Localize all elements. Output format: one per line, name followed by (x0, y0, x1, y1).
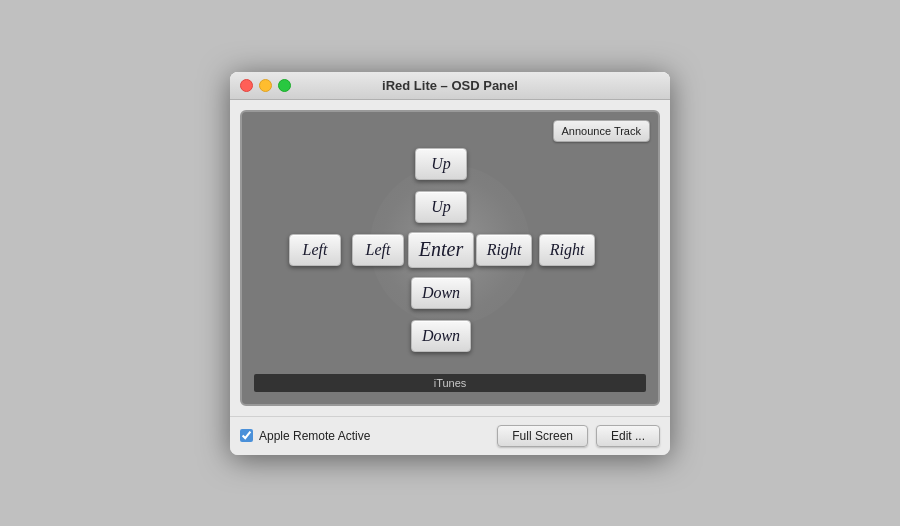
footer-buttons: Full Screen Edit ... (497, 425, 660, 447)
itunes-label: iTunes (254, 374, 646, 392)
right2-button[interactable]: Right (539, 234, 596, 266)
apple-remote-label: Apple Remote Active (259, 429, 370, 443)
apple-remote-area: Apple Remote Active (240, 429, 370, 443)
window-content: Announce Track Up Up Left Left Enter Rig… (230, 100, 670, 416)
title-bar: iRed Lite – OSD Panel (230, 72, 670, 100)
left2-button[interactable]: Left (352, 234, 404, 266)
down1-button[interactable]: Down (411, 277, 471, 309)
close-button[interactable] (240, 79, 253, 92)
osd-panel: Announce Track Up Up Left Left Enter Rig… (240, 110, 660, 406)
enter-button[interactable]: Enter (408, 232, 474, 268)
main-window: iRed Lite – OSD Panel Announce Track Up … (230, 72, 670, 455)
maximize-button[interactable] (278, 79, 291, 92)
edit-button[interactable]: Edit ... (596, 425, 660, 447)
left1-button[interactable]: Left (289, 234, 341, 266)
window-footer: Apple Remote Active Full Screen Edit ... (230, 416, 670, 455)
window-title: iRed Lite – OSD Panel (382, 78, 518, 93)
up2-button[interactable]: Up (415, 191, 467, 223)
minimize-button[interactable] (259, 79, 272, 92)
dpad-area: Up Up Left Left Enter Right Right Down D… (254, 124, 646, 366)
up1-button[interactable]: Up (415, 148, 467, 180)
apple-remote-checkbox[interactable] (240, 429, 253, 442)
fullscreen-button[interactable]: Full Screen (497, 425, 588, 447)
window-controls (240, 79, 291, 92)
right1-button[interactable]: Right (476, 234, 533, 266)
dpad-grid: Up Up Left Left Enter Right Right Down D… (285, 144, 615, 356)
down2-button[interactable]: Down (411, 320, 471, 352)
